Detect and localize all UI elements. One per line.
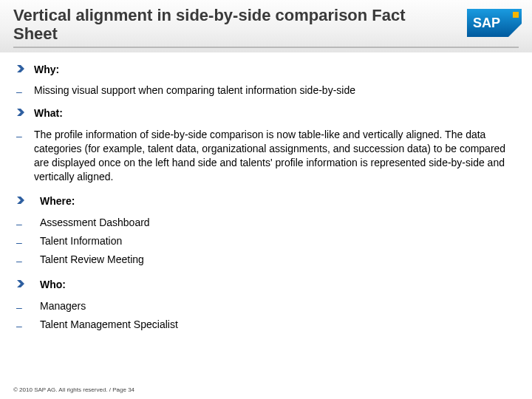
bullet-item: – Talent Management Specialist (16, 318, 516, 333)
where-list: – Assessment Dashboard – Talent Informat… (16, 216, 516, 268)
bullet-text: Assessment Dashboard (40, 216, 516, 230)
section-heading-where: Where: (16, 194, 516, 208)
content-area: Why: – Missing visual support when compa… (0, 52, 532, 333)
sap-logo: SAP (467, 9, 522, 37)
bullet-item: – Assessment Dashboard (16, 216, 516, 231)
slide: Vertical alignment in side-by-side compa… (0, 0, 532, 399)
arrow-icon (16, 194, 34, 205)
heading-text: What: (34, 106, 516, 120)
section-heading-why: Why: (16, 63, 516, 77)
bullet-item: – Managers (16, 299, 516, 315)
bullet-item: – Talent Information (16, 234, 516, 250)
arrow-icon (16, 63, 34, 73)
who-list: – Managers – Talent Management Specialis… (16, 299, 516, 333)
title-underline (13, 47, 519, 48)
dash-icon: – (16, 216, 34, 231)
dash-icon: – (16, 299, 34, 315)
bullet-text: The profile information of side-by-side … (34, 128, 516, 184)
slide-title: Vertical alignment in side-by-side compa… (13, 6, 519, 44)
bullet-item: – Missing visual support when comparing … (16, 83, 516, 99)
dash-icon: – (16, 234, 34, 250)
arrow-icon (16, 278, 34, 288)
bullet-text: Managers (40, 299, 516, 313)
sap-logo-text: SAP (473, 16, 500, 30)
dash-icon: – (16, 83, 34, 99)
section-heading-who: Who: (16, 278, 516, 292)
svg-rect-1 (513, 12, 519, 18)
bullet-text: Missing visual support when comparing ta… (34, 83, 516, 98)
arrow-icon (16, 106, 34, 117)
bullet-item: – Talent Review Meeting (16, 253, 516, 268)
section-heading-what: What: (16, 106, 516, 120)
bullet-text: Talent Review Meeting (40, 253, 516, 267)
heading-text: Why: (34, 63, 516, 77)
dash-icon: – (16, 318, 34, 333)
footer-text: © 2010 SAP AG. All rights reserved. / Pa… (13, 386, 134, 393)
dash-icon: – (16, 128, 34, 143)
heading-text: Who: (40, 278, 516, 292)
dash-icon: – (16, 253, 34, 268)
bullet-text: Talent Management Specialist (40, 318, 516, 332)
title-bar: Vertical alignment in side-by-side compa… (0, 0, 532, 52)
bullet-item: – The profile information of side-by-sid… (16, 128, 516, 184)
bullet-text: Talent Information (40, 234, 516, 248)
heading-text: Where: (40, 194, 516, 208)
